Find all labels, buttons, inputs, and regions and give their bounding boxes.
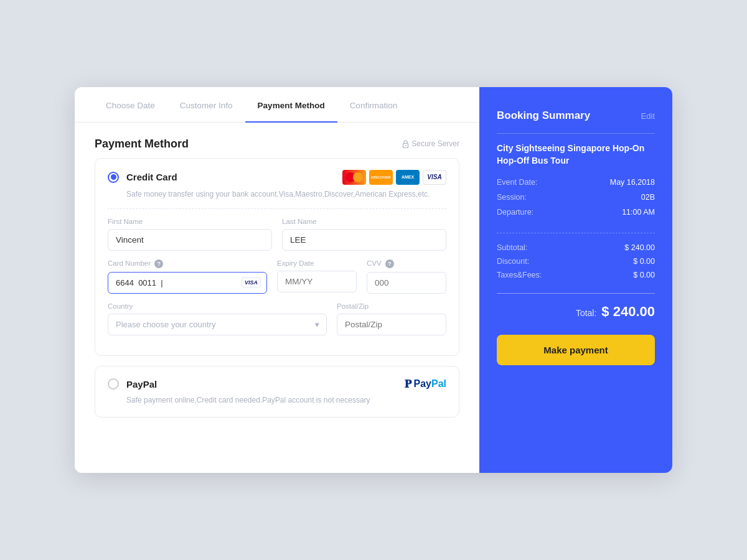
cvv-input[interactable] bbox=[367, 272, 446, 294]
form-divider bbox=[108, 208, 446, 209]
secure-server-label: Secure Server bbox=[402, 139, 459, 148]
tab-choose-date[interactable]: Choose Date bbox=[93, 87, 167, 123]
make-payment-button[interactable]: Make payment bbox=[497, 335, 655, 365]
credit-card-left: Credit Card bbox=[108, 172, 177, 183]
visa-card-icon: VISA bbox=[423, 170, 446, 185]
payment-options: Credit Card DISCOVER AMEX VISA bbox=[75, 158, 479, 418]
booking-header: Booking Summary Edit bbox=[497, 110, 655, 122]
postal-input[interactable] bbox=[337, 314, 446, 335]
session-row: Session: 02B bbox=[497, 193, 655, 202]
total-label: Total: bbox=[576, 308, 596, 318]
svg-point-1 bbox=[405, 145, 406, 146]
name-row: First Name Last Name bbox=[108, 218, 446, 251]
country-label: Country bbox=[108, 302, 327, 310]
first-name-label: First Name bbox=[108, 218, 272, 225]
country-select[interactable]: Please choose your country bbox=[108, 314, 327, 335]
booking-divider-bottom bbox=[497, 293, 655, 294]
country-select-wrap: Please choose your country bbox=[108, 314, 327, 335]
subtotal-label: Subtotal: bbox=[497, 243, 527, 252]
mastercard-icon bbox=[342, 170, 366, 185]
credit-card-label: Credit Card bbox=[126, 172, 177, 182]
tabs-nav: Choose Date Customer Info Payment Method… bbox=[75, 87, 479, 123]
main-card: Choose Date Customer Info Payment Method… bbox=[75, 87, 672, 473]
taxes-value: $ 0.00 bbox=[633, 271, 655, 279]
tour-name: City Sightseeing Singapore Hop-On Hop-Of… bbox=[497, 142, 655, 167]
left-panel: Choose Date Customer Info Payment Method… bbox=[75, 87, 479, 473]
taxes-row: Taxes&Fees: $ 0.00 bbox=[497, 271, 655, 279]
booking-divider-mid bbox=[497, 233, 655, 233]
total-amount: $ 240.00 bbox=[601, 304, 655, 320]
expiry-group: Expiry Date bbox=[277, 259, 357, 294]
discount-value: $ 0.00 bbox=[633, 257, 655, 266]
credit-card-option: Credit Card DISCOVER AMEX VISA bbox=[95, 158, 459, 356]
booking-divider-top bbox=[497, 133, 655, 134]
lock-icon bbox=[402, 140, 409, 148]
paypal-left: PayPal bbox=[108, 378, 157, 390]
discover-icon: DISCOVER bbox=[369, 170, 393, 185]
total-row: Total: $ 240.00 bbox=[497, 304, 655, 320]
paypal-radio[interactable] bbox=[108, 378, 119, 390]
paypal-option: PayPal 𝐏 PayPal Safe payment online,Cred… bbox=[95, 366, 459, 418]
amex-icon: AMEX bbox=[396, 170, 420, 185]
right-panel: Booking Summary Edit City Sightseeing Si… bbox=[479, 87, 672, 473]
last-name-input[interactable] bbox=[282, 229, 446, 251]
payment-section-title: Payment Methord bbox=[95, 138, 189, 151]
paypal-header: PayPal 𝐏 PayPal bbox=[108, 378, 446, 391]
card-details-row: Card Number ? VISA Expiry Date bbox=[108, 259, 446, 294]
departure-row: Departure: 11:00 AM bbox=[497, 208, 655, 217]
subtotal-value: $ 240.00 bbox=[624, 243, 655, 252]
expiry-input[interactable] bbox=[277, 271, 357, 292]
departure-label: Departure: bbox=[497, 208, 533, 217]
cvv-group: CVV ? bbox=[367, 259, 446, 294]
taxes-label: Taxes&Fees: bbox=[497, 271, 542, 279]
tab-customer-info[interactable]: Customer Info bbox=[167, 87, 245, 123]
discount-label: Discount: bbox=[497, 257, 529, 266]
postal-label: Postal/Zip bbox=[337, 302, 446, 310]
session-value: 02B bbox=[641, 193, 655, 202]
card-icons: DISCOVER AMEX VISA bbox=[342, 170, 446, 185]
first-name-input[interactable] bbox=[108, 229, 272, 251]
paypal-logo: 𝐏 PayPal bbox=[405, 378, 446, 391]
payment-header: Payment Methord Secure Server bbox=[75, 123, 479, 158]
credit-card-desc: Safe money transfer using your bank acco… bbox=[126, 189, 446, 200]
card-number-label: Card Number ? bbox=[108, 259, 267, 268]
paypal-label: PayPal bbox=[126, 379, 157, 390]
booking-title: Booking Summary bbox=[497, 110, 590, 122]
card-number-group: Card Number ? VISA bbox=[108, 259, 267, 294]
tab-payment-method[interactable]: Payment Method bbox=[245, 87, 337, 123]
expiry-label: Expiry Date bbox=[277, 259, 357, 267]
country-group: Country Please choose your country bbox=[108, 302, 327, 335]
last-name-label: Last Name bbox=[282, 218, 446, 225]
postal-group: Postal/Zip bbox=[337, 302, 446, 335]
paypal-desc: Safe payment online,Credit card needed.P… bbox=[126, 394, 446, 406]
first-name-group: First Name bbox=[108, 218, 272, 251]
session-label: Session: bbox=[497, 193, 527, 202]
card-number-help-icon[interactable]: ? bbox=[154, 259, 163, 268]
event-date-row: Event Date: May 16,2018 bbox=[497, 178, 655, 187]
credit-card-radio[interactable] bbox=[108, 172, 119, 183]
credit-card-header: Credit Card DISCOVER AMEX VISA bbox=[108, 170, 446, 185]
cvv-help-icon[interactable]: ? bbox=[385, 259, 394, 268]
paypal-text-icon: PayPal bbox=[414, 378, 446, 390]
card-number-wrap: VISA bbox=[108, 272, 267, 294]
subtotal-row: Subtotal: $ 240.00 bbox=[497, 243, 655, 252]
last-name-group: Last Name bbox=[282, 218, 446, 251]
visa-badge: VISA bbox=[242, 278, 261, 287]
departure-value: 11:00 AM bbox=[622, 208, 655, 217]
event-date-label: Event Date: bbox=[497, 178, 537, 187]
paypal-p-icon: 𝐏 bbox=[405, 378, 411, 391]
scallop-decoration bbox=[497, 458, 655, 473]
event-date-value: May 16,2018 bbox=[610, 178, 655, 187]
location-row: Country Please choose your country Posta… bbox=[108, 302, 446, 335]
discount-row: Discount: $ 0.00 bbox=[497, 257, 655, 266]
edit-button[interactable]: Edit bbox=[641, 111, 655, 121]
tab-confirmation[interactable]: Confirmation bbox=[337, 87, 410, 123]
cvv-label: CVV ? bbox=[367, 259, 446, 268]
